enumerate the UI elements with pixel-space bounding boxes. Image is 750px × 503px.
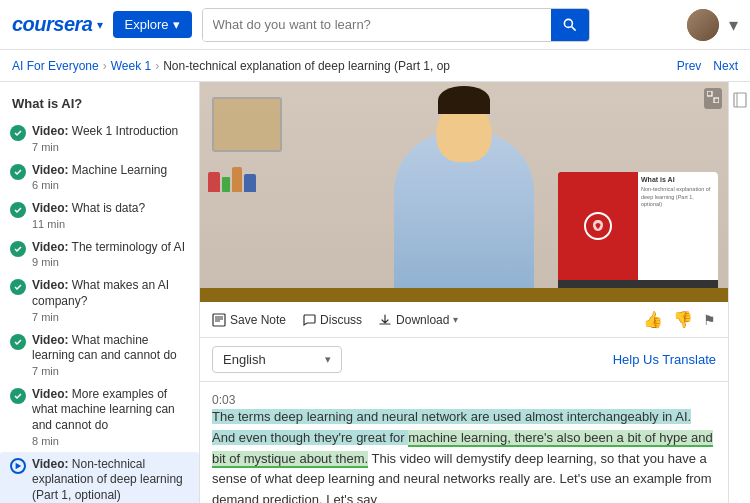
sidebar-item-1[interactable]: Video: Machine Learning 6 min	[0, 158, 199, 197]
logo-chevron-icon: ▾	[97, 18, 103, 32]
breadcrumb-item-current: Non-technical explanation of deep learni…	[163, 59, 450, 73]
breadcrumb-item-course[interactable]: AI For Everyone	[12, 59, 99, 73]
expand-svg	[707, 91, 719, 103]
shelf-item-3	[232, 167, 242, 192]
item-label-5: Video: What machine learning can and can…	[32, 333, 191, 364]
item-label-4: Video: What makes an AI company?	[32, 278, 191, 309]
monitor-title-text: What is AI	[641, 176, 715, 184]
shelf-item-1	[208, 172, 220, 192]
check-icon-2	[10, 202, 26, 218]
breadcrumb-sep-2: ›	[155, 59, 159, 73]
thumbs-up-icon[interactable]: 👍	[643, 310, 663, 329]
desk	[200, 288, 728, 302]
content-area: What is AI Non-technical explanation of …	[200, 82, 728, 503]
breadcrumb-nav: Prev Next	[677, 59, 738, 73]
coursera-wordmark: coursera	[12, 13, 93, 36]
avatar-image	[687, 9, 719, 41]
svg-point-0	[564, 19, 572, 27]
monitor-screen: What is AI Non-technical explanation of …	[558, 172, 718, 280]
wall-decoration	[212, 97, 282, 152]
download-label: Download	[396, 313, 449, 327]
monitor-stand	[630, 280, 646, 288]
help-translate-link[interactable]: Help Us Translate	[613, 352, 716, 367]
save-note-icon	[212, 313, 226, 327]
monitor-right-panel: What is AI Non-technical explanation of …	[638, 172, 718, 280]
sidebar-item-2[interactable]: Video: What is data? 11 min	[0, 196, 199, 235]
sidebar: What is AI? Video: Week 1 Introduction 7…	[0, 82, 200, 503]
check-icon-3	[10, 241, 26, 257]
presenter-hair	[438, 86, 490, 114]
svg-line-1	[571, 26, 575, 30]
sidebar-item-7[interactable]: Video: Non-technical explanation of deep…	[0, 452, 199, 503]
play-icon-7	[10, 458, 26, 474]
shelf-item-2	[222, 177, 230, 192]
video-toolbar: Save Note Discuss Download ▾ 👍 👎 ⚑	[200, 302, 728, 338]
item-duration-6: 8 min	[32, 435, 191, 447]
item-duration-3: 9 min	[32, 256, 191, 268]
breadcrumb-sep-1: ›	[103, 59, 107, 73]
language-select[interactable]: English ▾	[212, 346, 342, 373]
breadcrumb: AI For Everyone › Week 1 › Non-technical…	[0, 50, 750, 82]
download-icon	[378, 313, 392, 327]
check-icon-0	[10, 125, 26, 141]
item-label-1: Video: Machine Learning	[32, 163, 191, 179]
monitor-left-panel	[558, 172, 638, 280]
search-icon	[562, 17, 578, 33]
save-note-button[interactable]: Save Note	[212, 313, 286, 327]
explore-button[interactable]: Explore ▾	[113, 11, 192, 38]
transcript-highlight-teal: The terms deep learning and neural netwo…	[212, 409, 672, 424]
thumbs-down-icon[interactable]: 👎	[673, 310, 693, 329]
discuss-button[interactable]: Discuss	[302, 313, 362, 327]
item-duration-1: 6 min	[32, 179, 191, 191]
sidebar-item-4[interactable]: Video: What makes an AI company? 7 min	[0, 273, 199, 327]
sidebar-item-5[interactable]: Video: What machine learning can and can…	[0, 328, 199, 382]
item-label-2: Video: What is data?	[32, 201, 191, 217]
item-duration-5: 7 min	[32, 365, 191, 377]
search-input[interactable]	[203, 9, 551, 41]
search-bar	[202, 8, 590, 42]
download-button[interactable]: Download ▾	[378, 313, 458, 327]
search-button[interactable]	[551, 9, 589, 41]
item-duration-0: 7 min	[32, 141, 191, 153]
prev-button[interactable]: Prev	[677, 59, 702, 73]
video-frame: What is AI Non-technical explanation of …	[200, 82, 728, 302]
transcript-timestamp: 0:03	[212, 393, 235, 407]
next-button[interactable]: Next	[713, 59, 738, 73]
sidebar-item-6[interactable]: Video: More examples of what machine lea…	[0, 382, 199, 452]
monitor-logo-icon	[590, 218, 606, 234]
header-dropdown-icon[interactable]: ▾	[729, 14, 738, 36]
svg-rect-4	[714, 98, 719, 103]
svg-rect-5	[213, 314, 225, 326]
language-label: English	[223, 352, 266, 367]
item-duration-4: 7 min	[32, 311, 191, 323]
monitor-subtitle-text: Non-technical explanation of deep learni…	[641, 186, 715, 207]
svg-rect-9	[734, 93, 746, 107]
monitor-logo-circle	[584, 212, 612, 240]
download-chevron-icon: ▾	[453, 314, 458, 325]
explore-label: Explore	[125, 17, 169, 32]
video-background: What is AI Non-technical explanation of …	[200, 82, 728, 302]
discuss-icon	[302, 313, 316, 327]
discuss-label: Discuss	[320, 313, 362, 327]
right-panel-toggle[interactable]	[728, 82, 750, 503]
item-label-6: Video: More examples of what machine lea…	[32, 387, 191, 434]
explore-chevron-icon: ▾	[173, 17, 180, 32]
transcript-text: The terms deep learning and neural netwo…	[212, 407, 716, 503]
sidebar-item-0[interactable]: Video: Week 1 Introduction 7 min	[0, 119, 199, 158]
header: coursera ▾ Explore ▾ ▾	[0, 0, 750, 50]
breadcrumb-item-week[interactable]: Week 1	[111, 59, 151, 73]
expand-icon[interactable]	[704, 88, 722, 109]
coursera-logo: coursera ▾	[12, 13, 103, 36]
svg-marker-2	[16, 462, 22, 468]
flag-icon[interactable]: ⚑	[703, 312, 716, 328]
item-label-3: Video: The terminology of AI	[32, 240, 191, 256]
main-layout: What is AI? Video: Week 1 Introduction 7…	[0, 82, 750, 503]
sidebar-item-3[interactable]: Video: The terminology of AI 9 min	[0, 235, 199, 274]
video-container: What is AI Non-technical explanation of …	[200, 82, 728, 302]
check-icon-5	[10, 334, 26, 350]
monitor: What is AI Non-technical explanation of …	[558, 172, 718, 292]
panel-toggle-icon	[733, 92, 747, 108]
item-duration-2: 11 min	[32, 218, 191, 230]
check-icon-4	[10, 279, 26, 295]
avatar[interactable]	[687, 9, 719, 41]
